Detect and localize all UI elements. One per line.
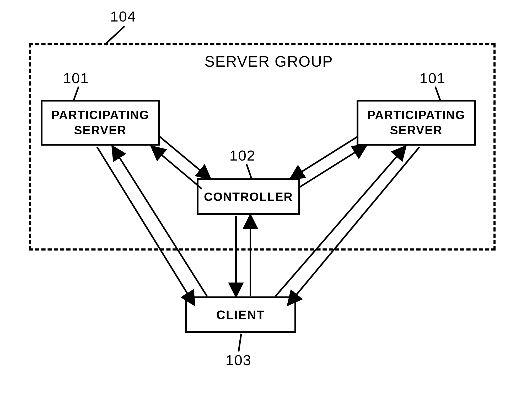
server-right-line1: PARTICIPATING [367, 108, 465, 123]
leader-104 [105, 26, 125, 45]
controller-label: CONTROLLER [204, 190, 293, 204]
ref-101-right: 101 [420, 70, 445, 87]
server-group-title: SERVER GROUP [205, 52, 333, 70]
server-left-line1: PARTICIPATING [51, 108, 149, 123]
diagram-stage: SERVER GROUP 104 PARTICIPATING SERVER 10… [0, 0, 532, 399]
leader-103 [239, 334, 241, 352]
ref-103: 103 [225, 352, 251, 369]
participating-server-right: PARTICIPATING SERVER [357, 100, 476, 146]
ref-104: 104 [110, 8, 136, 25]
client-box: CLIENT [185, 296, 296, 333]
client-label: CLIENT [216, 308, 265, 322]
ref-101-left: 101 [63, 70, 89, 87]
ref-102: 102 [229, 147, 255, 164]
participating-server-left: PARTICIPATING SERVER [41, 100, 160, 146]
server-left-line2: SERVER [51, 123, 149, 138]
controller-box: CONTROLLER [197, 178, 300, 215]
server-right-line2: SERVER [367, 123, 465, 138]
